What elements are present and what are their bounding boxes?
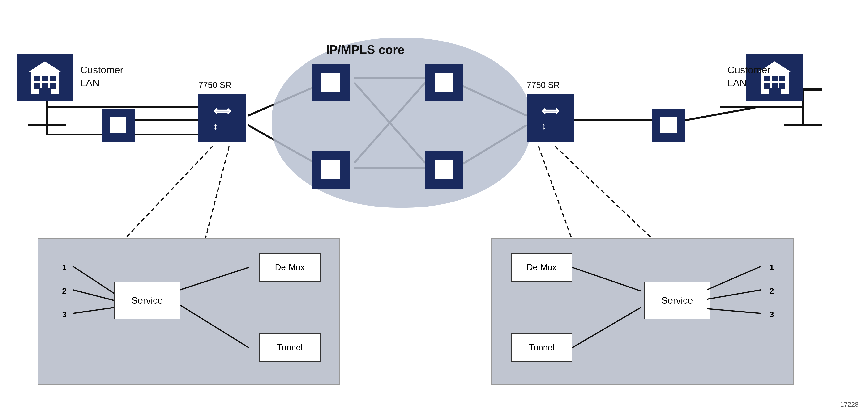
page-number: 17228 [840, 401, 859, 408]
left-building [17, 54, 73, 101]
customer-lan-right-label: Customer LAN [727, 64, 771, 90]
core-router-bottom-right [425, 151, 463, 189]
sr-left-router: ⟺↕ [198, 94, 246, 142]
svg-line-63 [707, 290, 761, 299]
sr-right-router: ⟺↕ [527, 94, 574, 142]
svg-rect-40 [42, 75, 48, 81]
ipmpls-label: IP/MPLS core [326, 42, 404, 57]
svg-rect-39 [34, 75, 40, 81]
svg-rect-52 [772, 83, 778, 89]
svg-line-18 [685, 107, 756, 121]
left-num-1: 1 [62, 263, 67, 272]
svg-line-56 [73, 290, 114, 301]
svg-line-25 [538, 146, 571, 238]
right-num-2: 2 [770, 286, 774, 296]
diagram-container: Customer LAN ⟺↕ 7750 SR IP/MPLS core ⟺↕ … [0, 0, 868, 413]
sr-left-label: 7750 SR [198, 80, 231, 90]
svg-rect-41 [50, 75, 56, 81]
svg-line-64 [707, 309, 761, 313]
svg-line-24 [206, 146, 229, 238]
right-bottom-panel: De-Mux Service Tunnel 1 2 3 [491, 238, 794, 385]
right-tunnel-box: Tunnel [511, 334, 572, 362]
left-tunnel-box: Tunnel [259, 334, 320, 362]
left-demux-box: De-Mux [259, 253, 320, 281]
sr-right-label: 7750 SR [527, 80, 560, 90]
svg-line-23 [125, 146, 213, 238]
svg-rect-53 [779, 83, 785, 89]
right-service-box: Service [644, 281, 710, 319]
svg-rect-44 [50, 83, 56, 89]
left-service-box: Service [114, 281, 180, 319]
right-demux-box: De-Mux [511, 253, 572, 281]
core-router-bottom-left [312, 151, 349, 189]
left-bottom-panel: De-Mux Service Tunnel 1 2 3 [38, 238, 340, 385]
svg-rect-49 [772, 75, 778, 81]
svg-rect-42 [34, 83, 40, 89]
core-router-top-right [425, 64, 463, 101]
left-num-2: 2 [62, 286, 67, 296]
svg-line-61 [572, 308, 641, 348]
core-router-top-left [312, 64, 349, 101]
svg-line-62 [707, 266, 761, 290]
right-small-device [652, 109, 685, 142]
svg-rect-54 [769, 89, 781, 94]
ipmpls-cloud [272, 38, 531, 208]
svg-rect-50 [779, 75, 785, 81]
svg-line-59 [180, 305, 249, 348]
svg-line-26 [555, 146, 652, 238]
svg-line-55 [73, 266, 114, 294]
svg-line-57 [73, 308, 114, 313]
svg-line-60 [572, 267, 641, 291]
right-num-3: 3 [770, 310, 774, 319]
svg-rect-43 [42, 83, 48, 89]
svg-marker-38 [28, 61, 61, 72]
svg-line-58 [180, 267, 249, 290]
left-small-device [101, 109, 135, 142]
svg-rect-45 [39, 89, 51, 94]
right-num-1: 1 [770, 263, 774, 272]
customer-lan-left-label: Customer LAN [80, 64, 123, 90]
left-num-3: 3 [62, 310, 67, 319]
